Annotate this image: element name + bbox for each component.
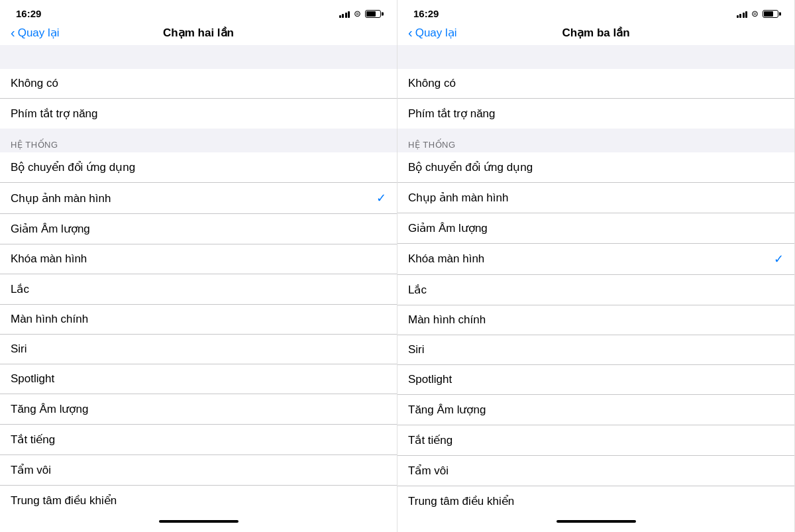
list-item[interactable]: Giảm Âm lượng	[398, 213, 794, 244]
item-label: Không có	[11, 77, 58, 90]
list-item[interactable]: Tắt tiếng	[398, 425, 794, 456]
item-label: Giảm Âm lượng	[408, 221, 488, 235]
back-button-right[interactable]: ‹ Quay lại	[408, 26, 457, 40]
item-label: Bộ chuyển đổi ứng dụng	[11, 160, 135, 174]
item-label: Lắc	[408, 283, 427, 297]
item-label: Giảm Âm lượng	[11, 222, 90, 236]
item-label: Phím tắt trợ năng	[11, 107, 98, 121]
list-item[interactable]: Spotlight	[0, 364, 397, 394]
list-item[interactable]: Màn hình chính	[0, 305, 397, 335]
list-item[interactable]: Lắc	[398, 275, 794, 305]
back-label-left: Quay lại	[18, 26, 60, 40]
home-indicator-right	[556, 520, 636, 523]
home-indicator-left	[159, 520, 238, 523]
list-item[interactable]: Không có	[398, 69, 794, 99]
status-bar-right: 16:29 ⊜	[398, 0, 794, 23]
list-item[interactable]: Siri	[0, 335, 397, 364]
group1-right: Không có Phím tắt trợ năng	[398, 69, 794, 129]
status-icons-right: ⊜	[737, 9, 779, 19]
list-item[interactable]: Giảm Âm lượng	[0, 214, 397, 244]
section-divider-left: HỆ THỐNG	[0, 129, 397, 152]
signal-icon-right	[737, 10, 748, 18]
wifi-icon-left: ⊜	[354, 9, 361, 19]
back-label-right: Quay lại	[415, 26, 457, 40]
list-item[interactable]: Chụp ảnh màn hình	[398, 183, 794, 213]
signal-icon-left	[339, 10, 350, 18]
section-blank-right	[398, 45, 794, 69]
chevron-left-icon-right: ‹	[408, 26, 413, 39]
nav-bar-right: ‹ Quay lại Chạm ba lần	[398, 23, 794, 45]
item-label: Trung tâm điều khiển	[11, 494, 117, 507]
item-label: Spotlight	[11, 372, 54, 386]
battery-icon-left	[365, 10, 381, 18]
list-item[interactable]: Tẩm vôi	[398, 456, 794, 486]
back-button-left[interactable]: ‹ Quay lại	[11, 26, 60, 40]
list-item[interactable]: Spotlight	[398, 365, 794, 395]
item-label: Siri	[11, 343, 27, 356]
right-panel: 16:29 ⊜ ‹ Quay lại Chạm ba lần Khô	[398, 0, 795, 532]
page-title-right: Chạm ba lần	[562, 26, 629, 40]
section-header-label-right: HỆ THỐNG	[408, 140, 456, 150]
item-label: Spotlight	[408, 373, 452, 386]
list-item[interactable]: Chụp ảnh màn hình ✓	[0, 183, 397, 214]
item-label: Siri	[408, 343, 425, 356]
list-item[interactable]: Không có	[0, 69, 397, 99]
list-item[interactable]: Tăng Âm lượng	[0, 394, 397, 425]
wifi-icon-right: ⊜	[751, 9, 759, 19]
item-label: Chụp ảnh màn hình	[408, 191, 508, 205]
item-label: Khóa màn hình	[408, 252, 484, 266]
group2-right: Bộ chuyển đổi ứng dụng Chụp ảnh màn hình…	[398, 152, 794, 513]
status-icons-left: ⊜	[339, 9, 382, 19]
item-label: Màn hình chính	[11, 313, 88, 326]
group1-left: Không có Phím tắt trợ năng	[0, 69, 397, 129]
item-label: Màn hình chính	[408, 313, 486, 327]
item-label: Tăng Âm lượng	[11, 402, 88, 416]
item-label: Khóa màn hình	[11, 252, 87, 266]
left-panel: 16:29 ⊜ ‹ Quay lại Chạm hai lần Kh	[0, 0, 398, 532]
item-label: Tắt tiếng	[11, 433, 55, 447]
item-label: Trung tâm điều khiển	[408, 494, 514, 508]
page-title-left: Chạm hai lần	[163, 26, 234, 40]
list-item[interactable]: Siri	[398, 335, 794, 365]
checkmark-icon: ✓	[376, 191, 386, 205]
list-item[interactable]: Lắc	[0, 274, 397, 305]
section-divider-right: HỆ THỐNG	[398, 129, 794, 152]
item-label: Phím tắt trợ năng	[408, 107, 496, 121]
section-header-label-left: HỆ THỐNG	[11, 140, 58, 150]
section-blank-left	[0, 45, 397, 69]
list-section-right: Không có Phím tắt trợ năng HỆ THỐNG Bộ c…	[398, 45, 794, 513]
list-item[interactable]: Tẩm vôi	[0, 455, 397, 486]
item-label: Chụp ảnh màn hình	[11, 191, 111, 205]
list-item[interactable]: Tắt tiếng	[0, 425, 397, 455]
item-label: Tẩm vôi	[11, 463, 51, 477]
battery-icon-right	[763, 10, 778, 18]
item-label: Tắt tiếng	[408, 433, 452, 447]
status-time-left: 16:29	[16, 8, 41, 19]
list-item[interactable]: Phím tắt trợ năng	[0, 99, 397, 129]
nav-bar-left: ‹ Quay lại Chạm hai lần	[0, 23, 397, 45]
item-label: Tăng Âm lượng	[408, 403, 486, 417]
status-time-right: 16:29	[413, 8, 439, 19]
item-label: Lắc	[11, 282, 29, 296]
list-item[interactable]: Bộ chuyển đổi ứng dụng	[0, 152, 397, 183]
item-label: Bộ chuyển đổi ứng dụng	[408, 160, 533, 174]
list-item[interactable]: Trung tâm điều khiển	[398, 486, 794, 513]
checkmark-icon: ✓	[774, 252, 784, 266]
item-label: Tẩm vôi	[408, 464, 449, 478]
list-item[interactable]: Màn hình chính	[398, 305, 794, 335]
list-item[interactable]: Phím tắt trợ năng	[398, 99, 794, 129]
list-item[interactable]: Khóa màn hình	[0, 244, 397, 274]
chevron-left-icon-left: ‹	[11, 26, 15, 39]
list-item[interactable]: Tăng Âm lượng	[398, 395, 794, 425]
status-bar-left: 16:29 ⊜	[0, 0, 397, 23]
list-item[interactable]: Bộ chuyển đổi ứng dụng	[398, 152, 794, 183]
list-item[interactable]: Khóa màn hình ✓	[398, 244, 794, 275]
item-label: Không có	[408, 77, 456, 90]
list-section-left: Không có Phím tắt trợ năng HỆ THỐNG Bộ c…	[0, 45, 397, 513]
list-item[interactable]: Trung tâm điều khiển	[0, 486, 397, 513]
group2-left: Bộ chuyển đổi ứng dụng Chụp ảnh màn hình…	[0, 152, 397, 513]
